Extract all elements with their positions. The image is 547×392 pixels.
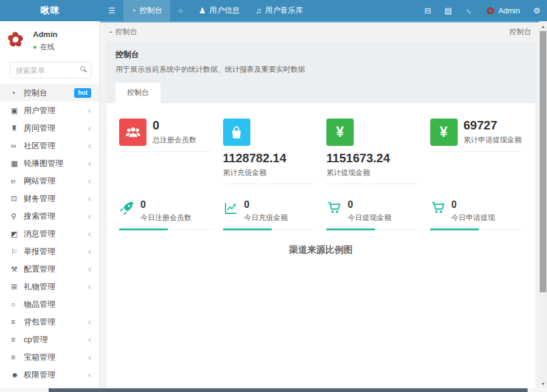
sidebar-menu-item[interactable]: ⊡ 财务管理 ‹ (0, 190, 99, 207)
stats-row-today: 0 今日注册会员数 0 今日充值金额 (114, 200, 528, 230)
line-chart-icon (223, 200, 239, 216)
avatar: ✿ (487, 5, 495, 16)
chevron-left-icon: ‹ (88, 194, 91, 203)
sidebar-menu: ◔ 控制台 hot ▣ 用户管理 ‹ ♜ 房间管理 ‹ ∞ 社区管理 (0, 84, 99, 388)
user-menu[interactable]: ✿ Admin (480, 0, 527, 21)
dashboard-icon: ◔ (131, 7, 136, 15)
stat-value: 1128782.14 (223, 151, 316, 165)
sidebar-username: Admin (33, 30, 57, 39)
user-icon: ♟ (199, 7, 206, 15)
sidebar-menu-item[interactable]: ⊞ 礼物管理 ‹ (0, 278, 99, 295)
sidebar-menu-item[interactable]: ○ 物品管理 (0, 295, 99, 313)
menu-search (10, 62, 91, 78)
breadcrumb-left-label[interactable]: 控制台 (115, 27, 137, 37)
menu-item-label: cp管理 (24, 334, 48, 345)
sidebar-menu-item[interactable]: ⚲ 搜索管理 ‹ (0, 207, 99, 225)
stat-label: 总注册会员数 (153, 135, 196, 145)
sidebar-menu-item[interactable]: ➤ 插件管理 new (0, 383, 99, 388)
navtab-label: 用户信息 (210, 5, 240, 16)
menu-item-icon: ℮ (11, 177, 24, 185)
menu-item-label: 宝箱管理 (24, 352, 55, 363)
music-icon: ♫ (256, 7, 262, 15)
panel-header: 控制台 用于展示当前系统中的统计数据、统计报表及重要实时数据 控制台 (106, 42, 535, 103)
menu-item-label: 消息管理 (24, 229, 55, 239)
console-panel: 控制台 用于展示当前系统中的统计数据、统计报表及重要实时数据 控制台 (106, 42, 535, 388)
chevron-left-icon: ‹ (88, 335, 91, 344)
scroll-down-arrow-icon[interactable]: ▼ (539, 380, 547, 388)
stat-value: 0 (452, 200, 495, 210)
menu-item-badge: hot (74, 88, 91, 98)
sidebar-menu-item[interactable]: ▣ 用户管理 ‹ (0, 101, 99, 119)
menu-item-icon: ▦ (11, 159, 24, 168)
stat-label: 累计提现金额 (326, 168, 419, 178)
menu-item-label: 房间管理 (24, 123, 55, 134)
chevron-left-icon: ‹ (88, 212, 91, 221)
sidebar-menu-item[interactable]: ◔ 控制台 hot (0, 84, 99, 101)
stat-today-recharge: 0 今日充值金额 (223, 200, 316, 230)
vertical-scrollbar-thumb[interactable] (540, 31, 546, 292)
menu-item-icon: ⊞ (11, 283, 24, 291)
stat-total-withdraw: ¥ 1151673.24 累计提现金额 (326, 119, 419, 184)
settings-menu-button[interactable]: ⚙ (526, 0, 547, 21)
navtab-loading[interactable]: ○ (170, 0, 191, 21)
clear-cache-button[interactable]: ▤ (438, 0, 458, 21)
menu-item-icon: ○ (11, 300, 24, 309)
stat-label: 今日注册会员数 (140, 213, 191, 223)
stat-today-withdraw: 0 今日提现金额 (326, 200, 419, 230)
menu-item-label: 背包管理 (24, 317, 55, 328)
menu-item-label: 控制台 (24, 88, 47, 98)
navtab-label: 控制台 (140, 5, 163, 16)
stat-label: 今日申请提现 (452, 213, 495, 223)
menu-item-label: 礼物管理 (24, 281, 55, 292)
sidebar-menu-item[interactable]: ≡ 背包管理 ‹ (0, 313, 99, 331)
navtab-console[interactable]: ◔ 控制台 (123, 0, 170, 21)
navtab-user-info[interactable]: ♟ 用户信息 (191, 0, 248, 21)
vertical-scrollbar[interactable]: ▲ ▼ (539, 22, 547, 388)
online-dot-icon: ● (33, 44, 37, 50)
sidebar-menu-item[interactable]: ♜ 房间管理 ‹ (0, 119, 99, 137)
menu-search-input[interactable] (10, 62, 91, 78)
breadcrumb-right-label[interactable]: 控制台 (509, 27, 531, 37)
menu-item-label: 搜索管理 (24, 211, 55, 222)
sidebar-toggle-button[interactable]: ☰ (100, 0, 123, 21)
fullscreen-button[interactable]: ↔ (459, 0, 480, 21)
circle-icon: ○ (178, 7, 183, 15)
sidebar-menu-item[interactable]: ⚐ 举报管理 ‹ (0, 242, 99, 260)
stat-total-withdraw-apply: ¥ 69727 累计申请提现金额 (430, 119, 523, 152)
fullscreen-icon: ↔ (464, 5, 475, 16)
clear-trash-button[interactable]: ⊟ (418, 0, 438, 21)
sidebar-menu-item[interactable]: ◩ 消息管理 ‹ (0, 225, 99, 242)
horizontal-scrollbar[interactable] (0, 388, 547, 392)
brand-title[interactable]: 啾咪 (0, 0, 100, 21)
sidebar-menu-item[interactable]: ≡ 宝箱管理 ‹ (0, 348, 99, 366)
top-navbar: 啾咪 ☰ ◔ 控制台 ○ ♟ 用户信息 ♫ 用户音乐库 ⊟ ▤ ↔ ✿ Admi… (0, 0, 547, 21)
horizontal-scrollbar-thumb[interactable] (49, 388, 528, 392)
chevron-left-icon: ‹ (88, 177, 91, 185)
stat-value: 1151673.24 (326, 151, 419, 165)
sidebar-menu-item[interactable]: ▦ 轮播图管理 ‹ (0, 154, 99, 172)
sidebar-menu-item[interactable]: ⚒ 配置管理 ‹ (0, 260, 99, 278)
navtab-user-music[interactable]: ♫ 用户音乐库 (248, 0, 311, 21)
tab-console[interactable]: 控制台 (115, 83, 160, 103)
menu-item-icon: ☻ (11, 371, 24, 379)
dashboard-icon: ◔ (108, 29, 112, 36)
scroll-up-arrow-icon[interactable]: ▲ (539, 22, 547, 30)
sidebar-menu-item[interactable]: ☻ 权限管理 ‹ (0, 366, 99, 383)
stat-value: 0 (140, 200, 191, 210)
menu-item-label: 举报管理 (24, 246, 55, 257)
cart-icon (430, 200, 446, 216)
sidebar-menu-item[interactable]: ≡ cp管理 ‹ (0, 331, 99, 348)
stat-total-members: 0 总注册会员数 (119, 119, 212, 152)
sidebar-menu-item[interactable]: ℮ 网站管理 ‹ (0, 172, 99, 190)
menu-item-icon: ⚲ (11, 212, 24, 221)
menu-item-label: 权限管理 (24, 370, 55, 380)
stats-row-total: 0 总注册会员数 1128782.14 累计充值金额 (114, 119, 528, 184)
gear-icon: ⚙ (533, 7, 540, 15)
sidebar-menu-item[interactable]: ∞ 社区管理 ‹ (0, 137, 99, 154)
yen-icon: ¥ (326, 119, 354, 146)
chart-title: 渠道来源比例图 (114, 244, 528, 256)
menu-item-label: 网站管理 (24, 176, 55, 187)
chevron-left-icon: ‹ (88, 106, 91, 115)
menu-item-icon: ◩ (11, 230, 24, 238)
page-title: 控制台 (115, 49, 526, 60)
